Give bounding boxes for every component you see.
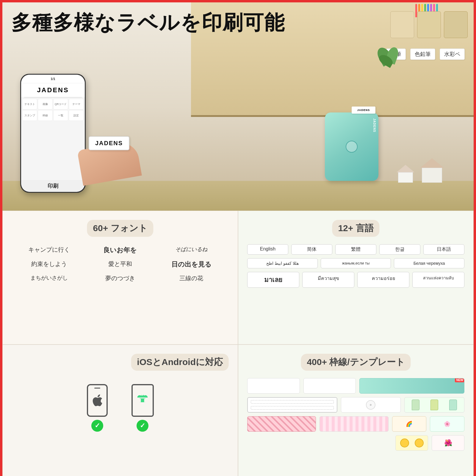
printer-brand-label: JADENS [373,118,376,132]
lang-russian-2: Белая черемуха [394,258,464,268]
font-item-7: まちがいさがし [15,273,83,284]
shelf-box-1 [390,11,414,38]
printer-power-button [346,141,358,153]
grid-item-5: スタンプ [22,110,37,121]
phone-grid: テキスト 画像 QRコード テーマ スタンプ 枠線 一覧 設定 [21,98,85,122]
phone-mockup: 1/1 JADENS テキスト 画像 QRコード テーマ スタンプ 枠線 一覧 … [20,74,86,193]
android-logo-icon [137,395,148,406]
template-row-1: NEW [247,378,464,394]
lang-english: English [247,244,288,255]
os-icons: ✓ ✓ [87,384,154,432]
apple-logo-icon [92,394,102,407]
panel-templates: 400+ 枠線/テンプレート NEW [238,345,474,476]
fonts-title: 60+ フォント [87,220,153,237]
yellow-circle-1 [400,439,409,447]
template-floral: 🌺 [432,435,464,451]
lang-thai-2: มีความสุข [302,272,354,288]
lang-traditional: 繁體 [335,244,376,255]
house-roof-small [397,165,414,172]
phone-screen: 1/1 JADENS テキスト 画像 QRコード テーマ スタンプ 枠線 一覧 … [21,75,85,192]
house-body-small [398,172,413,183]
android-icon-wrap: ✓ [131,384,154,432]
deco-houses [397,158,444,184]
green-tag-2 [430,400,438,410]
font-item-2: 良いお年を [86,244,154,256]
phone-app-title: JADENS [21,83,85,97]
template-plain-2 [303,378,356,394]
panel-ios: iOSとAndroidに対応 ✓ [2,345,238,476]
grid-item-8: 設定 [69,110,84,121]
ios-phone-outline [87,384,108,417]
template-cute-1: 🌈 [392,416,427,432]
lang-thai-1: มาเลย [247,272,299,288]
lang-thai-3: ความอร่อย [357,272,409,288]
lang-thai-4: สวนแห่งความลับ [412,272,464,288]
label-tag-colored: 色鉛筆 [410,48,435,60]
inner-dash-2 [251,406,334,410]
template-yellow-circles [395,435,428,451]
phone-header: 1/1 [21,75,85,83]
lang-row-2: هللا كففو ابيط اظح жаным,если ты Белая ч… [247,258,464,268]
template-cute-2: 🌸 [430,416,464,432]
lang-russian-1: жаным,если ты [321,258,391,268]
printer-device: JADENS JADENS [325,112,384,187]
template-washi [320,416,388,432]
yellow-circle-2 [415,439,424,447]
lang-japanese: 日本語 [423,244,464,255]
circle-hole [370,404,372,406]
ios-title: iOSとAndroidに対応 [131,354,229,371]
house-small [397,165,414,183]
shelf-box-2 [417,11,441,38]
font-item-5: 愛と平和 [86,259,154,270]
printer-body: JADENS JADENS [325,112,378,181]
panel-fonts: 60+ フォント キャンプに行く 良いお年を そばにいるね 約束をしよう 愛と平… [2,211,238,345]
ios-check-badge: ✓ [91,420,103,432]
languages-title: 12+ 言語 [332,220,379,237]
template-circles-row: 🌺 [247,435,464,451]
ios-icon-wrap: ✓ [87,384,108,432]
template-green-tags [404,397,464,413]
template-pink-stripe [247,416,316,432]
grid-item-6: 枠線 [38,110,53,121]
lang-korean: 한글 [379,244,420,255]
font-item-3: そばにいるね [157,244,226,256]
grid-item-7: 一覧 [53,110,68,121]
template-wide-outline [247,397,337,413]
font-item-8: 夢のつづき [86,273,154,284]
font-grid: キャンプに行く 良いお年を そばにいるね 約束をしよう 愛と平和 日の出を見る … [12,244,229,284]
lang-arabic: هللا كففو ابيط اظح [247,258,318,268]
shelf-boxes [390,11,468,38]
outer-border: 鉛筆 色鉛筆 水彩ペ 多種多様なラベルを印刷可能 1/1 JADENS テキスト… [0,0,476,476]
template-circle-tag [341,397,401,413]
house-body-large [422,168,442,183]
font-item-6: 日の出を見る [157,259,226,270]
label-card: JADENS [89,136,129,150]
circle-tag [366,400,375,410]
panel-languages: 12+ 言語 English 简体 繁體 한글 日本語 هللا كففو اب… [238,211,474,345]
lang-row-3: มาเลย มีความสุข ความอร่อย สวนแห่งความลับ [247,272,464,288]
lang-simplified: 简体 [291,244,332,255]
lang-row-1: English 简体 繁體 한글 日本語 [247,244,464,255]
new-badge: NEW [455,378,464,382]
phone-bottom-bar: 印刷 [21,180,85,192]
grid-item-3: QRコード [53,99,68,109]
shelf-box-3 [444,11,468,38]
house-roof-large [420,158,444,168]
templates-title: 400+ 枠線/テンプレート [301,354,411,371]
template-row-3: 🌈 🌸 [247,416,464,432]
svg-point-0 [140,396,141,397]
hero-section: 鉛筆 色鉛筆 水彩ペ 多種多様なラベルを印刷可能 1/1 JADENS テキスト… [2,2,474,211]
label-tag-watercolor: 水彩ペ [440,48,465,60]
template-teal-long: NEW [359,378,464,394]
printer-label-output: JADENS [352,107,375,114]
inner-dash [251,400,334,404]
grid-item-1: テキスト [22,99,37,109]
bottom-panels: 60+ フォント キャンプに行く 良いお年を そばにいるね 約束をしよう 愛と平… [2,211,474,476]
green-tag-1 [412,400,419,410]
hero-title: 多種多様なラベルを印刷可能 [11,11,285,34]
template-row-2 [247,397,464,413]
font-item-1: キャンプに行く [15,244,83,256]
font-item-4: 約束をしよう [15,259,83,270]
svg-point-1 [144,396,144,397]
android-tablet-outline [131,384,154,417]
